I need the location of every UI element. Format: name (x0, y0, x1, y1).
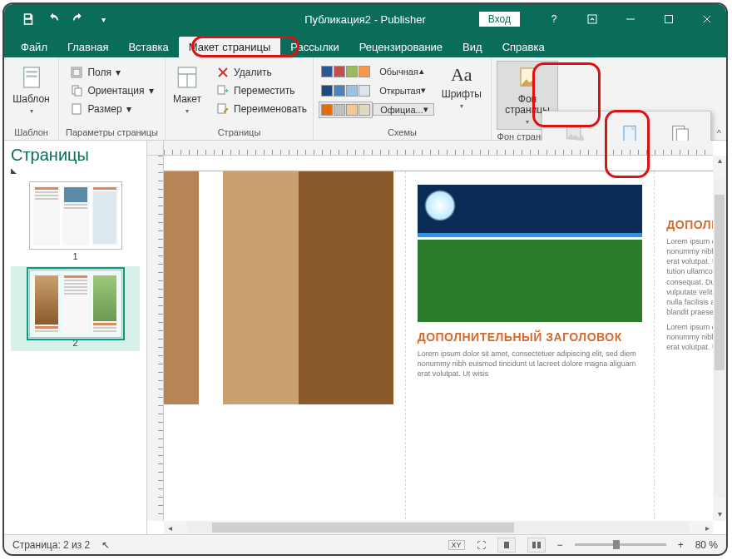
ribbon-tabs: Файл Главная Вставка Макет страницы Расс… (4, 34, 726, 57)
redo-icon[interactable] (71, 12, 86, 27)
canvas[interactable]: ДОПОЛНИТЕЛЬНЫЙ ЗАГОЛОВОК Lorem ipsum dol… (164, 156, 713, 521)
qat-dropdown-icon[interactable]: ▾ (96, 12, 111, 27)
size-button[interactable]: Размер ▾ (65, 101, 158, 117)
scheme-official[interactable]: Официа...▾ (319, 101, 433, 118)
svg-rect-12 (72, 104, 81, 114)
pages-panel-title: Страницы (11, 146, 140, 165)
cursor-icon: ↖ (101, 539, 110, 551)
layout-button[interactable]: Макет▾ (166, 61, 208, 118)
svg-rect-18 (218, 86, 225, 94)
page-thumbnail-1[interactable] (29, 181, 122, 250)
tab-mailings[interactable]: Рассылки (280, 37, 349, 57)
maximize-button[interactable] (650, 4, 688, 34)
save-icon[interactable] (21, 12, 36, 27)
pages-panel-caret-icon[interactable]: ◣ (11, 166, 140, 175)
view-single-button[interactable] (497, 538, 516, 553)
tab-review[interactable]: Рецензирование (349, 37, 453, 57)
size-icon: ⛶ (477, 540, 486, 550)
photo-landscape (418, 185, 643, 322)
view-spread-button[interactable] (527, 538, 546, 553)
rename-button[interactable]: Переименовать (211, 101, 312, 117)
group-pages-label: Страницы (171, 126, 308, 140)
svg-rect-25 (504, 542, 509, 548)
vertical-ruler[interactable] (147, 156, 164, 521)
title-bar: ▾ Публикация2 - Publisher Вход ? (4, 4, 726, 34)
body-text-3b: Lorem ipsum dolor sit amet, consectetuer… (666, 322, 713, 352)
margins-button[interactable]: Поля ▾ (65, 64, 158, 81)
tab-insert[interactable]: Вставка (118, 37, 178, 57)
page-thumbnail-2[interactable] (29, 270, 122, 338)
ruler-corner (147, 141, 164, 156)
vertical-scrollbar[interactable]: ▴▾ (713, 156, 726, 521)
close-button[interactable] (688, 4, 726, 34)
horizontal-ruler[interactable] (164, 141, 713, 156)
signin-button[interactable]: Вход (479, 12, 520, 27)
photo-library (164, 171, 393, 404)
help-button[interactable]: ? (535, 4, 573, 34)
group-schemes-label: Схемы (319, 126, 486, 140)
document-area: ДОПОЛНИТЕЛЬНЫЙ ЗАГОЛОВОК Lorem ipsum dol… (147, 141, 726, 534)
scheme-open[interactable]: Открытая▾ (319, 82, 433, 99)
tab-view[interactable]: Вид (453, 37, 492, 57)
tab-help[interactable]: Справка (492, 37, 555, 57)
body-text-2: Lorem ipsum dolor sit amet, consectetuer… (418, 349, 643, 379)
group-template-label: Шаблон (9, 126, 53, 140)
svg-rect-11 (75, 88, 82, 96)
zoom-in-button[interactable]: + (678, 539, 684, 551)
minimize-button[interactable] (611, 4, 650, 34)
chevron-down-icon: ▾ (30, 107, 33, 115)
tab-home[interactable]: Главная (57, 37, 118, 57)
heading-3: ДОПОЛНИТЕЛЬНЫЙ ЗАГОЛОВОК (666, 218, 713, 231)
fonts-icon: Aa (451, 64, 472, 86)
template-button[interactable]: Шаблон ▾ (8, 61, 55, 118)
group-page-params-label: Параметры страницы (64, 126, 160, 140)
svg-rect-0 (588, 15, 596, 23)
template-label: Шаблон (12, 93, 49, 105)
svg-rect-6 (26, 71, 37, 73)
page-number-2: 2 (14, 338, 136, 348)
zoom-out-button[interactable]: − (557, 539, 563, 551)
publication-page[interactable]: ДОПОЛНИТЕЛЬНЫЙ ЗАГОЛОВОК Lorem ipsum dol… (164, 171, 713, 521)
ribbon-display-button[interactable] (573, 4, 611, 34)
collapse-ribbon-icon[interactable]: ^ (717, 128, 721, 138)
svg-rect-7 (26, 75, 37, 77)
page-number-1: 1 (11, 251, 140, 261)
horizontal-scrollbar[interactable]: ◂▸ (164, 521, 713, 534)
undo-icon[interactable] (46, 12, 61, 27)
delete-button[interactable]: Удалить (211, 64, 312, 81)
coord-icon: XY (448, 540, 465, 550)
fonts-button[interactable]: Aa Шрифты▾ (438, 61, 486, 113)
svg-rect-26 (532, 542, 536, 548)
tab-page-layout[interactable]: Макет страницы (179, 37, 281, 57)
svg-rect-9 (73, 69, 80, 76)
zoom-slider[interactable] (575, 543, 666, 546)
move-button[interactable]: Переместить (211, 82, 312, 99)
svg-rect-27 (537, 542, 541, 548)
body-text-3a: Lorem ipsum dolor sit amet, consectetuer… (666, 236, 713, 317)
pages-panel: Страницы ◣ 1 2 (4, 141, 147, 534)
svg-rect-2 (665, 16, 673, 23)
status-bar: Страница: 2 из 2 ↖ XY ⛶ − + 80 % (4, 534, 726, 554)
scheme-normal[interactable]: Обычная▴ (319, 62, 433, 80)
heading-2: ДОПОЛНИТЕЛЬНЫЙ ЗАГОЛОВОК (418, 330, 643, 344)
page-indicator[interactable]: Страница: 2 из 2 (12, 539, 90, 551)
orientation-button[interactable]: Ориентация ▾ (65, 82, 158, 99)
tab-file[interactable]: Файл (11, 37, 57, 57)
zoom-level[interactable]: 80 % (695, 539, 718, 551)
